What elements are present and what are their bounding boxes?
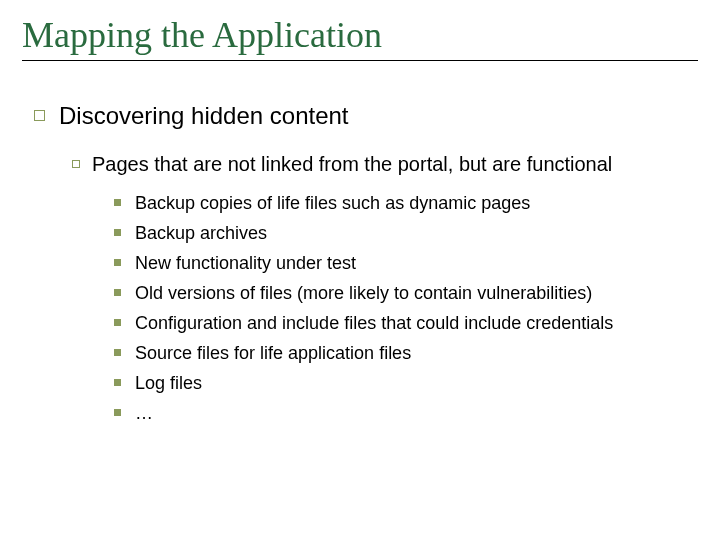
bullet-level3-text: Configuration and include files that cou… bbox=[135, 311, 613, 335]
bullet-level3: Backup archives bbox=[114, 221, 698, 245]
square-bullet-filled-icon bbox=[114, 379, 121, 386]
square-bullet-hollow-icon bbox=[34, 110, 45, 121]
bullet-level3-text: Log files bbox=[135, 371, 202, 395]
square-bullet-filled-icon bbox=[114, 229, 121, 236]
slide: Mapping the Application Discovering hidd… bbox=[0, 0, 720, 540]
bullet-level3: New functionality under test bbox=[114, 251, 698, 275]
square-bullet-filled-icon bbox=[114, 199, 121, 206]
bullet-level3: Log files bbox=[114, 371, 698, 395]
square-bullet-filled-icon bbox=[114, 259, 121, 266]
bullet-level3-text: Backup copies of life files such as dyna… bbox=[135, 191, 530, 215]
bullet-level3: Configuration and include files that cou… bbox=[114, 311, 698, 335]
square-bullet-filled-icon bbox=[114, 289, 121, 296]
bullet-level3: Source files for life application files bbox=[114, 341, 698, 365]
bullet-level3-text: Old versions of files (more likely to co… bbox=[135, 281, 592, 305]
bullet-level3: Old versions of files (more likely to co… bbox=[114, 281, 698, 305]
bullet-level3-text: Backup archives bbox=[135, 221, 267, 245]
bullet-level3: Backup copies of life files such as dyna… bbox=[114, 191, 698, 215]
page-title: Mapping the Application bbox=[22, 14, 698, 56]
square-bullet-filled-icon bbox=[114, 319, 121, 326]
bullet-level3-text: … bbox=[135, 401, 153, 425]
square-bullet-hollow-small-icon bbox=[72, 160, 80, 168]
bullet-level3: … bbox=[114, 401, 698, 425]
square-bullet-filled-icon bbox=[114, 409, 121, 416]
bullet-level2: Pages that are not linked from the porta… bbox=[72, 151, 698, 177]
bullet-level3-text: New functionality under test bbox=[135, 251, 356, 275]
bullet-level1: Discovering hidden content bbox=[34, 101, 698, 131]
title-underline bbox=[22, 60, 698, 61]
bullet-level3-text: Source files for life application files bbox=[135, 341, 411, 365]
bullet-level1-text: Discovering hidden content bbox=[59, 101, 349, 131]
bullet-level2-text: Pages that are not linked from the porta… bbox=[92, 151, 612, 177]
square-bullet-filled-icon bbox=[114, 349, 121, 356]
